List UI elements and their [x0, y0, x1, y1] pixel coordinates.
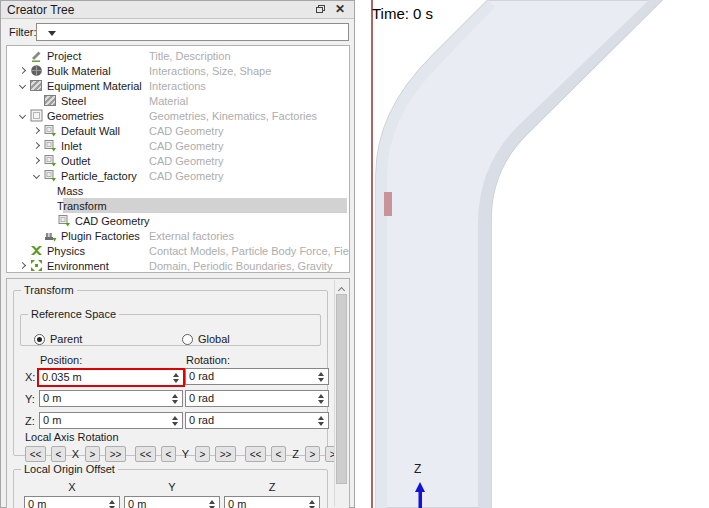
- tree-item-inlet[interactable]: Inlet CAD Geometry: [7, 138, 349, 153]
- tree-item-physics[interactable]: Physics Contact Models, Particle Body Fo…: [7, 243, 349, 258]
- tree-item-bulk-material[interactable]: Bulk Material Interactions, Size, Shape: [7, 63, 349, 78]
- z-axis-label: Z:: [25, 415, 39, 427]
- spinner-arrows-icon[interactable]: [316, 370, 325, 384]
- position-x-input[interactable]: 0.035 m: [37, 368, 185, 387]
- reference-space-group: Reference Space Parent Global: [20, 308, 321, 346]
- rotate-z-back-button[interactable]: <: [271, 446, 286, 462]
- offset-z-label: Z: [224, 481, 320, 493]
- axis-z-label: Z: [291, 448, 300, 460]
- spinner-arrows-icon[interactable]: [207, 498, 216, 508]
- expander-collapsed-icon[interactable]: [18, 262, 25, 269]
- tree-item-steel[interactable]: Steel Material: [7, 93, 349, 108]
- cad-geometry-icon: [43, 169, 57, 182]
- tree-item-outlet[interactable]: Outlet CAD Geometry: [7, 153, 349, 168]
- tree-item-transform[interactable]: Transform: [7, 198, 349, 213]
- filter-combobox[interactable]: [36, 23, 349, 41]
- axis-y-label: Y: [181, 448, 190, 460]
- boundary-line: [371, 0, 373, 508]
- axis-x-label: X: [71, 448, 80, 460]
- rotate-y-fast-back-button[interactable]: <<: [135, 446, 156, 462]
- expander-collapsed-icon[interactable]: [32, 157, 39, 164]
- spinner-arrows-icon[interactable]: [316, 414, 325, 428]
- rotate-x-back-button[interactable]: <: [51, 446, 66, 462]
- position-z-input[interactable]: 0 m: [39, 412, 183, 429]
- rotate-x-fast-back-button[interactable]: <<: [25, 446, 46, 462]
- offset-y-label: Y: [124, 481, 220, 493]
- radio-unselected-icon[interactable]: [182, 334, 193, 345]
- rotate-y-fwd-button[interactable]: >: [195, 446, 210, 462]
- properties-scrollbar[interactable]: [334, 280, 348, 507]
- tree-item-equipment-material[interactable]: Equipment Material Interactions: [7, 78, 349, 93]
- spinner-arrows-icon[interactable]: [170, 414, 179, 428]
- parent-radio[interactable]: Parent: [34, 333, 82, 345]
- pencil-icon: [29, 49, 43, 62]
- panel-title: Creator Tree: [7, 3, 74, 17]
- expander-collapsed-icon[interactable]: [18, 67, 25, 74]
- position-label: Position:: [40, 354, 82, 366]
- hatch-material-icon: [29, 79, 43, 92]
- cad-geometry-icon: [43, 124, 57, 137]
- viewport-3d[interactable]: Time: 0 s Z: [356, 0, 709, 508]
- cad-geometry-icon: [43, 139, 57, 152]
- z-axis-label: Z: [414, 462, 421, 476]
- spinner-arrows-icon[interactable]: [316, 392, 325, 406]
- rotate-x-fwd-button[interactable]: >: [85, 446, 100, 462]
- tree-item-cad-geometry[interactable]: CAD Geometry: [7, 213, 349, 228]
- tree-item-particle-factory[interactable]: Particle_factory CAD Geometry: [7, 168, 349, 183]
- local-origin-offset-label: Local Origin Offset: [21, 463, 118, 475]
- expander-expanded-icon[interactable]: [18, 112, 25, 119]
- y-axis-label: Y:: [25, 393, 39, 405]
- expander-collapsed-icon[interactable]: [32, 127, 39, 134]
- position-y-input[interactable]: 0 m: [39, 390, 183, 407]
- rotate-z-fwd-button[interactable]: >: [305, 446, 320, 462]
- rotate-z-fast-back-button[interactable]: <<: [245, 446, 266, 462]
- cad-geometry-icon: [43, 154, 57, 167]
- float-icon[interactable]: [316, 5, 326, 14]
- tree-item-default-wall[interactable]: Default Wall CAD Geometry: [7, 123, 349, 138]
- reference-space-label: Reference Space: [28, 308, 119, 320]
- dropdown-arrow-icon: [48, 31, 56, 36]
- scrollbar-thumb[interactable]: [336, 294, 347, 484]
- local-axis-rotation-buttons: << < X > >> << < Y > >> << < Z >: [25, 446, 346, 462]
- tree-item-geometries[interactable]: Geometries Geometries, Kinematics, Facto…: [7, 108, 349, 123]
- tree-item-environment[interactable]: Environment Domain, Periodic Boundaries,…: [7, 258, 349, 273]
- creator-tree: Project Title, Description Bulk Material…: [6, 45, 350, 273]
- environment-icon: [29, 259, 43, 272]
- rotate-y-fast-fwd-button[interactable]: >>: [215, 446, 236, 462]
- hatch-material-icon: [43, 94, 57, 107]
- offset-x-input[interactable]: 0 m: [24, 496, 120, 508]
- factory-icon: [43, 229, 57, 242]
- local-axis-rotation-label: Local Axis Rotation: [25, 431, 119, 443]
- creator-tree-panel: Creator Tree ✕ Filter: Project Title, De…: [0, 0, 355, 508]
- expander-collapsed-icon[interactable]: [32, 142, 39, 149]
- properties-pane: Transform Reference Space Parent Global …: [6, 278, 350, 508]
- spinner-arrows-icon[interactable]: [107, 498, 116, 508]
- rotate-y-back-button[interactable]: <: [161, 446, 176, 462]
- radio-selected-icon[interactable]: [34, 334, 45, 345]
- global-radio[interactable]: Global: [182, 333, 230, 345]
- rotation-y-input[interactable]: 0 rad: [185, 390, 329, 407]
- particle-factory-marker: [384, 192, 392, 216]
- geometry-square-icon: [29, 109, 43, 122]
- tree-item-mass[interactable]: Mass: [7, 183, 349, 198]
- panel-header[interactable]: Creator Tree ✕: [1, 1, 354, 19]
- spinner-arrows-icon[interactable]: [171, 371, 180, 385]
- offset-z-input[interactable]: 0 m: [224, 496, 320, 508]
- spinner-arrows-icon[interactable]: [307, 498, 316, 508]
- rotation-x-input[interactable]: 0 rad: [185, 368, 329, 385]
- cad-geometry-icon: [57, 214, 71, 227]
- expander-expanded-icon[interactable]: [18, 82, 25, 89]
- sphere-icon: [29, 64, 43, 77]
- pipe-geometry: [356, 0, 709, 508]
- tree-item-project[interactable]: Project Title, Description: [7, 48, 349, 63]
- spinner-arrows-icon[interactable]: [170, 392, 179, 406]
- expander-expanded-icon[interactable]: [32, 172, 39, 179]
- rotate-x-fast-fwd-button[interactable]: >>: [105, 446, 126, 462]
- rotation-label: Rotation:: [186, 354, 230, 366]
- tree-item-plugin-factories[interactable]: Plugin Factories External factories: [7, 228, 349, 243]
- local-origin-offset-group: Local Origin Offset X Y Z 0 m 0 m 0 m: [13, 463, 328, 508]
- time-label: Time: 0 s: [372, 5, 433, 22]
- close-icon[interactable]: ✕: [334, 2, 346, 16]
- rotation-z-input[interactable]: 0 rad: [185, 412, 329, 429]
- offset-y-input[interactable]: 0 m: [124, 496, 220, 508]
